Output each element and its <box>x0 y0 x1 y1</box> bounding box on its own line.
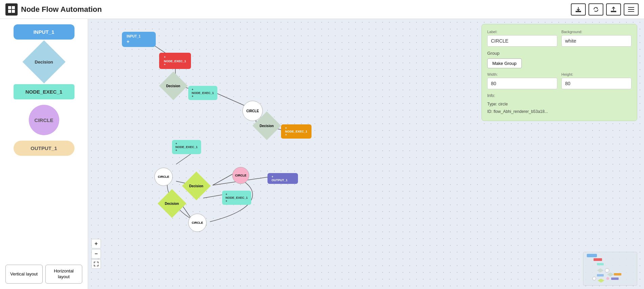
canvas-node-circle-pink[interactable]: CIRCLE <box>232 167 249 184</box>
svg-rect-23 <box>597 274 604 276</box>
circle-node-label: CIRCLE <box>29 105 59 135</box>
canvas-node-output1[interactable]: + OUTPUT_1 <box>267 173 298 184</box>
svg-rect-16 <box>587 254 597 257</box>
label-field: Label: <box>487 30 557 47</box>
svg-marker-25 <box>598 279 604 283</box>
header-toolbar <box>571 3 639 16</box>
refresh-button[interactable] <box>588 3 603 16</box>
width-label: Width: <box>487 72 557 76</box>
decision-node-shape: Decision <box>22 40 65 83</box>
canvas-node-exec-orange[interactable]: + NODE_EXEC_1 + <box>281 124 312 139</box>
svg-rect-3 <box>12 10 15 13</box>
svg-rect-27 <box>611 278 619 280</box>
sidebar-node-exec[interactable]: NODE_EXEC_1 <box>5 84 82 99</box>
svg-point-24 <box>593 277 596 280</box>
width-input[interactable] <box>487 78 557 89</box>
zoom-in-button[interactable]: + <box>91 239 101 248</box>
svg-rect-18 <box>597 263 604 265</box>
svg-rect-2 <box>8 10 11 13</box>
svg-line-14 <box>203 195 223 198</box>
upload-button[interactable] <box>606 3 621 16</box>
exec-node-label: NODE_EXEC_1 <box>14 84 74 99</box>
canvas-decision1-label: Decision <box>166 84 180 88</box>
label-field-label: Label: <box>487 30 557 34</box>
svg-line-12 <box>213 173 235 185</box>
width-field: Width: <box>487 72 557 89</box>
download-button[interactable] <box>571 3 586 16</box>
svg-line-10 <box>176 152 193 164</box>
height-input[interactable] <box>561 78 631 89</box>
height-label: Height: <box>561 72 631 76</box>
svg-marker-21 <box>607 272 614 276</box>
app-title: Node Flow Automation <box>21 5 102 14</box>
info-section-label: Info: <box>487 93 631 98</box>
sidebar-node-decision[interactable]: Decision <box>5 45 82 79</box>
canvas-node-circle-white3[interactable]: CIRCLE <box>188 214 207 232</box>
canvas-area[interactable]: INPUT_1 + + NODE_EXEC_1 + Decision + NOD… <box>88 19 644 289</box>
zoom-out-button[interactable]: − <box>91 249 101 259</box>
svg-rect-1 <box>12 6 15 9</box>
canvas-node-exec-teal3[interactable]: + NODE_EXEC_1 + <box>222 191 251 205</box>
canvas-node-exec-red[interactable]: + NODE_EXEC_1 + <box>159 53 191 69</box>
background-field: Background: <box>561 30 631 47</box>
canvas-node-decision-green2[interactable]: Decision <box>158 189 187 218</box>
decision-node-label: Decision <box>35 59 53 65</box>
svg-point-20 <box>605 268 609 272</box>
zoom-controls: + − <box>91 239 101 269</box>
height-field: Height: <box>561 72 631 89</box>
sidebar-node-circle[interactable]: CIRCLE <box>5 105 82 135</box>
canvas-node-input1[interactable]: INPUT_1 + <box>122 32 156 47</box>
svg-marker-19 <box>597 268 604 272</box>
type-info: Type: circle <box>487 101 631 108</box>
input-node-label: INPUT_1 <box>14 24 74 40</box>
header-left: Node Flow Automation <box>5 3 102 16</box>
info-content: Type: circle ID: flow_Abhi_renderer_b53a… <box>487 101 631 115</box>
app-logo <box>5 3 18 16</box>
mini-map <box>583 252 637 286</box>
svg-rect-22 <box>614 273 621 275</box>
horizontal-layout-button[interactable]: Horizontal layout <box>45 265 83 284</box>
zoom-fit-button[interactable] <box>91 259 101 269</box>
group-label: Group <box>487 51 631 56</box>
width-height-row: Width: Height: <box>487 72 631 89</box>
menu-button[interactable] <box>624 3 639 16</box>
vertical-layout-button[interactable]: Vertical layout <box>5 265 43 284</box>
canvas-node-decision-green1[interactable]: Decision <box>182 172 211 200</box>
label-input[interactable] <box>487 35 557 47</box>
canvas-node-exec-teal2[interactable]: + NODE_EXEC_1 + <box>172 140 201 154</box>
canvas-node-circle-white2[interactable]: CIRCLE <box>154 168 173 186</box>
background-input[interactable] <box>561 35 631 47</box>
svg-point-26 <box>606 277 609 280</box>
canvas-node-decision1[interactable]: Decision <box>159 72 188 100</box>
svg-rect-17 <box>594 258 602 261</box>
label-background-row: Label: Background: <box>487 30 631 47</box>
canvas-decision-green1-label: Decision <box>189 184 203 188</box>
header: Node Flow Automation <box>0 0 644 19</box>
svg-line-7 <box>217 93 246 106</box>
make-group-button[interactable]: Make Group <box>487 58 522 68</box>
sidebar-node-input[interactable]: INPUT_1 <box>5 24 82 40</box>
id-info: ID: flow_Abhi_renderer_b53a18... <box>487 108 631 116</box>
layout-buttons: Vertical layout Horizontal layout <box>5 265 82 284</box>
canvas-input1-label: INPUT_1 <box>127 34 151 38</box>
sidebar: INPUT_1 Decision NODE_EXEC_1 CIRCLE OUTP… <box>0 19 88 289</box>
svg-rect-0 <box>8 6 11 9</box>
canvas-decision-green2-label: Decision <box>165 202 179 206</box>
canvas-decision2-label: Decision <box>260 124 274 128</box>
canvas-node-exec-teal1[interactable]: + NODE_EXEC_1 + <box>188 86 217 100</box>
sidebar-node-output[interactable]: OUTPUT_1 <box>5 141 82 156</box>
properties-panel: Label: Background: Group Make Group Widt… <box>481 24 637 121</box>
output-node-label: OUTPUT_1 <box>14 141 74 156</box>
main-layout: INPUT_1 Decision NODE_EXEC_1 CIRCLE OUTP… <box>0 19 644 289</box>
background-field-label: Background: <box>561 30 631 34</box>
